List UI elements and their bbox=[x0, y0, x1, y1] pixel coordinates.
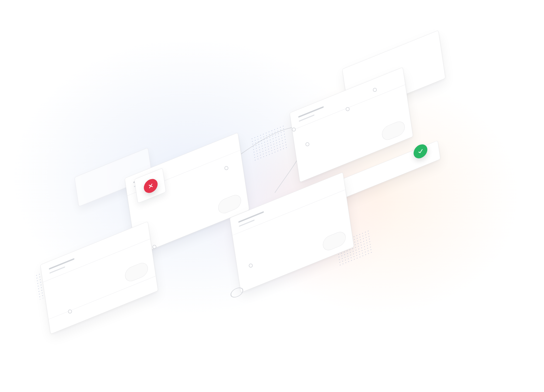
connector-terminal bbox=[230, 286, 244, 299]
connector-node bbox=[152, 245, 156, 249]
check-icon bbox=[417, 148, 424, 155]
connector-node bbox=[305, 142, 309, 146]
workflow-card bbox=[40, 221, 158, 334]
close-icon bbox=[148, 182, 154, 190]
dotgrid-decoration bbox=[250, 124, 288, 162]
connector-node bbox=[68, 310, 72, 313]
connector-node bbox=[249, 264, 253, 268]
connector-node bbox=[346, 107, 350, 111]
diagram-stage bbox=[0, 0, 544, 392]
connector-node bbox=[373, 88, 377, 92]
connector-node bbox=[292, 128, 296, 132]
connector-node bbox=[224, 166, 228, 170]
workflow-card bbox=[230, 172, 354, 293]
